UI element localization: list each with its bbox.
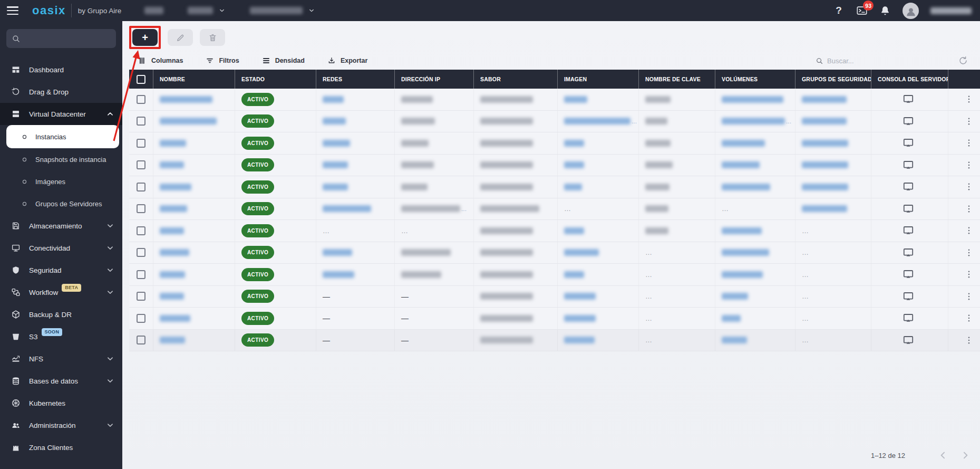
console-log-icon[interactable]: 93 xyxy=(856,5,868,16)
redacted-link[interactable] xyxy=(564,140,584,147)
redacted-link[interactable] xyxy=(323,161,348,168)
column-header-redes[interactable]: REDES xyxy=(316,70,395,89)
redacted-link[interactable] xyxy=(323,96,344,103)
delete-button[interactable] xyxy=(200,29,225,46)
redacted-link[interactable] xyxy=(802,140,848,147)
sidebar-item-zona-clientes[interactable]: Zona Clientes xyxy=(0,436,122,458)
row-checkbox[interactable] xyxy=(137,95,145,104)
row-menu-icon[interactable] xyxy=(963,137,975,149)
redacted-link[interactable] xyxy=(160,315,190,322)
row-checkbox[interactable] xyxy=(137,336,145,344)
sidebar-subitem-snapshots-instancia[interactable]: Snapshots de instancia xyxy=(0,148,122,170)
row-checkbox[interactable] xyxy=(137,183,145,192)
sidebar-item-workflow[interactable]: WorkflowBETA xyxy=(0,281,122,303)
row-checkbox[interactable] xyxy=(137,117,145,126)
topbar-selector-redacted-3[interactable] xyxy=(250,7,315,14)
sidebar-item-seguridad[interactable]: Seguridad xyxy=(0,259,122,281)
row-checkbox[interactable] xyxy=(137,204,145,213)
redacted-link[interactable] xyxy=(323,140,350,147)
row-menu-icon[interactable] xyxy=(963,247,975,259)
server-console-button[interactable] xyxy=(901,114,915,128)
sidebar-item-drag-drop[interactable]: Drag & Drop xyxy=(0,81,122,103)
sidebar-item-conectividad[interactable]: Conectividad xyxy=(0,237,122,259)
redacted-link[interactable] xyxy=(722,227,762,234)
avatar[interactable] xyxy=(903,3,919,19)
server-console-button[interactable] xyxy=(901,92,915,106)
row-menu-icon[interactable] xyxy=(963,334,975,346)
topbar-selector-redacted-2[interactable] xyxy=(188,7,226,14)
redacted-link[interactable] xyxy=(323,271,354,278)
pagination-prev-icon[interactable] xyxy=(938,450,948,461)
server-console-button[interactable] xyxy=(901,136,915,150)
redacted-link[interactable] xyxy=(722,271,763,278)
redacted-link[interactable] xyxy=(564,271,584,278)
sidebar-search[interactable] xyxy=(6,29,116,48)
row-checkbox[interactable] xyxy=(137,226,145,235)
sidebar-item-virtual-datacenter[interactable]: Virtual Datacenter xyxy=(0,103,122,125)
column-header-nombre-de-clave[interactable]: NOMBRE DE CLAVE xyxy=(639,70,715,89)
columns-button[interactable]: Columnas xyxy=(138,56,183,65)
sidebar-item-administracion[interactable]: Administración xyxy=(0,414,122,436)
redacted-link[interactable] xyxy=(802,96,847,103)
row-menu-icon[interactable] xyxy=(963,291,975,302)
redacted-link[interactable] xyxy=(722,293,748,300)
sidebar-subitem-instancias[interactable]: Instancias xyxy=(6,125,119,148)
server-console-button[interactable] xyxy=(901,290,915,303)
redacted-link[interactable] xyxy=(323,249,352,256)
row-menu-icon[interactable] xyxy=(963,93,975,105)
redacted-link[interactable] xyxy=(564,96,587,103)
redacted-link[interactable] xyxy=(802,184,848,190)
add-instance-button[interactable]: + xyxy=(132,29,158,46)
table-search-input[interactable] xyxy=(827,57,890,65)
redacted-link[interactable] xyxy=(802,205,847,212)
redacted-link[interactable] xyxy=(564,315,596,322)
redacted-link[interactable] xyxy=(160,118,217,125)
sidebar-search-input[interactable] xyxy=(25,35,111,43)
column-header-vol-menes[interactable]: VOLÚMENES xyxy=(715,70,795,89)
redacted-link[interactable] xyxy=(323,184,348,190)
sidebar-item-nfs[interactable]: NFS xyxy=(0,348,122,370)
redacted-link[interactable] xyxy=(160,293,184,300)
column-header-sabor[interactable]: SABOR xyxy=(474,70,558,89)
row-menu-icon[interactable] xyxy=(963,203,975,215)
redacted-link[interactable] xyxy=(160,161,184,168)
column-header-direcci-n-ip[interactable]: DIRECCIÓN IP xyxy=(395,70,474,89)
sidebar-subitem-grupos-servidores[interactable]: Grupos de Servidores xyxy=(0,193,122,215)
server-console-button[interactable] xyxy=(901,224,915,237)
redacted-link[interactable] xyxy=(722,161,760,168)
redacted-link[interactable] xyxy=(722,315,741,322)
sidebar-item-kubernetes[interactable]: Kubernetes xyxy=(0,392,122,414)
redacted-link[interactable] xyxy=(160,96,212,103)
bell-icon[interactable] xyxy=(879,5,891,16)
redacted-link[interactable] xyxy=(564,337,595,343)
redacted-link[interactable] xyxy=(160,184,191,190)
row-menu-icon[interactable] xyxy=(963,269,975,280)
redacted-link[interactable] xyxy=(722,249,769,256)
help-icon[interactable]: ? xyxy=(833,5,845,16)
redacted-link[interactable] xyxy=(722,184,770,190)
row-menu-icon[interactable] xyxy=(963,225,975,236)
select-all-checkbox[interactable] xyxy=(137,75,145,84)
server-console-button[interactable] xyxy=(901,246,915,260)
redacted-link[interactable] xyxy=(160,205,187,212)
refresh-icon[interactable] xyxy=(958,55,968,66)
redacted-link[interactable] xyxy=(722,140,765,147)
redacted-link[interactable] xyxy=(722,96,783,103)
sidebar-item-backup-dr[interactable]: Backup & DR xyxy=(0,303,122,326)
row-checkbox[interactable] xyxy=(137,139,145,148)
server-console-button[interactable] xyxy=(901,158,915,172)
column-header-grupos-de-seguridad[interactable]: GRUPOS DE SEGURIDAD xyxy=(795,70,871,89)
redacted-link[interactable] xyxy=(160,140,186,147)
redacted-link[interactable] xyxy=(323,205,371,212)
sidebar-item-s3[interactable]: S3SOON xyxy=(0,326,122,348)
row-checkbox[interactable] xyxy=(137,160,145,169)
server-console-button[interactable] xyxy=(901,180,915,194)
redacted-link[interactable] xyxy=(722,118,785,125)
server-console-button[interactable] xyxy=(901,267,915,281)
redacted-link[interactable] xyxy=(160,227,184,234)
redacted-link[interactable] xyxy=(802,161,848,168)
edit-button[interactable] xyxy=(168,29,193,46)
redacted-link[interactable] xyxy=(160,337,185,343)
row-menu-icon[interactable] xyxy=(963,159,975,171)
redacted-link[interactable] xyxy=(564,161,584,168)
